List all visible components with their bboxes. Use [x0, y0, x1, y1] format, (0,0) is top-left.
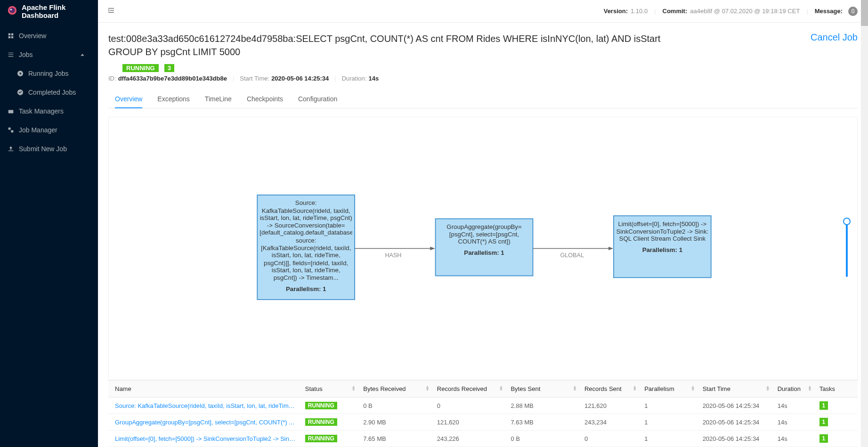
page-title: test:008e3a33ad650c61612724be4d7958ba:SE… [108, 32, 688, 58]
col-parallelism[interactable]: Parallelism▲▼ [641, 381, 698, 398]
flink-logo-icon [8, 6, 17, 17]
topbar: Version: 1.10.0 | Commit: aa4eb8f @ 07.0… [98, 0, 868, 23]
cell-bytes-received: 2.90 MB [359, 414, 433, 431]
job-id: dffa4633a7b9be7e3dd89b01e343db8e [118, 75, 227, 82]
scrollbar-thumb[interactable] [861, 0, 868, 26]
page-scrollbar[interactable] [861, 0, 868, 447]
cell-parallelism: 1 [641, 431, 698, 447]
cell-status: RUNNING [301, 414, 359, 431]
col-name[interactable]: Name [108, 381, 301, 398]
tab-configuration[interactable]: Configuration [298, 90, 337, 108]
sidebar-item-jobs[interactable]: Jobs [0, 45, 98, 64]
sidebar-item-label: Completed Jobs [28, 89, 76, 96]
sidebar-item-label: Jobs [19, 51, 33, 58]
tab-exceptions[interactable]: Exceptions [157, 90, 189, 108]
col-duration[interactable]: Duration▲▼ [774, 381, 816, 398]
cell-parallelism: 1 [641, 398, 698, 414]
start-time-label: Start Time: [240, 75, 269, 82]
duration-value: 14s [368, 75, 379, 82]
sidebar-item-job-manager[interactable]: Job Manager [0, 121, 98, 139]
cell-tasks: 1 [816, 431, 858, 447]
sidebar-item-label: Job Manager [19, 126, 57, 134]
cell-records-sent: 243,234 [581, 414, 641, 431]
cell-records-sent: 121,620 [581, 398, 641, 414]
graph-edge-1-label: HASH [385, 252, 401, 259]
table-row[interactable]: GroupAggregate(groupBy=[psgCnt], select=… [108, 414, 858, 431]
job-graph[interactable]: Source: KafkaTableSource(rideId, taxiId,… [108, 117, 858, 380]
sidebar-item-label: Task Managers [19, 107, 64, 115]
table-row[interactable]: Source: KafkaTableSource(rideId, taxiId,… [108, 398, 858, 414]
col-start-time[interactable]: Start Time▲▼ [699, 381, 774, 398]
svg-point-2 [10, 9, 12, 10]
cancel-job-link[interactable]: Cancel Job [811, 32, 858, 43]
table-header-row: Name Status▲▼ Bytes Received▲▼ Records R… [108, 381, 858, 398]
upload-icon [8, 146, 14, 152]
col-bytes-received[interactable]: Bytes Received▲▼ [359, 381, 433, 398]
sidebar-item-submit-job[interactable]: Submit New Job [0, 139, 98, 158]
cell-start-time: 2020-05-06 14:25:34 [699, 398, 774, 414]
cell-parallelism: 1 [641, 414, 698, 431]
cell-records-received: 243,226 [433, 431, 507, 447]
sidebar-menu: Overview Jobs Running Jobs Completed Job… [0, 23, 98, 158]
tab-checkpoints[interactable]: Checkpoints [247, 90, 283, 108]
graph-edge-2-label: GLOBAL [560, 252, 584, 259]
graph-node-1-text: Source: KafkaTableSource(rideId, taxiId,… [260, 199, 352, 282]
cell-bytes-received: 0 B [359, 398, 433, 414]
cell-name[interactable]: Source: KafkaTableSource(rideId, taxiId,… [108, 398, 301, 414]
cell-duration: 14s [774, 431, 816, 447]
zoom-slider[interactable] [846, 220, 848, 277]
id-label: ID: [108, 75, 116, 82]
play-circle-icon [17, 70, 24, 77]
sidebar-item-completed-jobs[interactable]: Completed Jobs [0, 83, 98, 102]
cell-bytes-sent: 0 B [507, 431, 581, 447]
col-records-sent[interactable]: Records Sent▲▼ [581, 381, 641, 398]
sidebar-item-task-managers[interactable]: Task Managers [0, 102, 98, 121]
cell-bytes-sent: 2.88 MB [507, 398, 581, 414]
sidebar-item-label: Running Jobs [28, 70, 69, 77]
commit-value: aa4eb8f @ 07.02.2020 @ 19:18:19 CET [690, 8, 800, 15]
message-label: Message: [815, 8, 843, 15]
version-value: 1.10.0 [631, 8, 648, 15]
cell-records-received: 121,620 [433, 414, 507, 431]
version-label: Version: [604, 8, 628, 15]
cell-status: RUNNING [301, 431, 359, 447]
bars-icon [8, 51, 14, 58]
duration-label: Duration: [342, 75, 367, 82]
table-row[interactable]: Limit(offset=[0], fetch=[5000]) -> SinkC… [108, 431, 858, 447]
build-icon [8, 127, 14, 133]
tasks-table: Name Status▲▼ Bytes Received▲▼ Records R… [108, 380, 858, 447]
sidebar-item-running-jobs[interactable]: Running Jobs [0, 64, 98, 83]
sidebar-item-label: Submit New Job [19, 145, 67, 153]
cell-tasks: 1 [816, 414, 858, 431]
task-count-badge: 3 [164, 64, 174, 72]
cell-name[interactable]: GroupAggregate(groupBy=[psgCnt], select=… [108, 414, 301, 431]
graph-node-1-parallelism: Parallelism: 1 [260, 285, 352, 293]
commit-label: Commit: [663, 8, 688, 15]
sidebar-item-overview[interactable]: Overview [0, 26, 98, 45]
cell-duration: 14s [774, 398, 816, 414]
job-tabs: Overview Exceptions TimeLine Checkpoints… [108, 90, 858, 108]
cell-duration: 14s [774, 414, 816, 431]
tab-overview[interactable]: Overview [115, 90, 142, 108]
col-tasks[interactable]: Tasks [816, 381, 858, 398]
dashboard-icon [8, 33, 14, 39]
col-status[interactable]: Status▲▼ [301, 381, 359, 398]
col-bytes-sent[interactable]: Bytes Sent▲▼ [507, 381, 581, 398]
cell-records-sent: 0 [581, 431, 641, 447]
tab-timeline[interactable]: TimeLine [205, 90, 232, 108]
app-title: Apache Flink Dashboard [22, 3, 90, 19]
cell-name[interactable]: Limit(offset=[0], fetch=[5000]) -> SinkC… [108, 431, 301, 447]
col-records-received[interactable]: Records Received▲▼ [433, 381, 507, 398]
app-logo-title: Apache Flink Dashboard [0, 0, 98, 23]
cell-tasks: 1 [816, 398, 858, 414]
graph-node-3-text: Limit(offset=[0], fetch=[5000]) -> SinkC… [616, 220, 709, 243]
graph-node-2-parallelism: Parallelism: 1 [438, 249, 531, 256]
schedule-icon [8, 108, 14, 114]
cell-status: RUNNING [301, 398, 359, 414]
start-time-value: 2020-05-06 14:25:34 [271, 75, 329, 82]
message-count-badge[interactable]: 0 [848, 7, 858, 16]
check-circle-icon [17, 89, 24, 96]
svg-point-1 [9, 8, 15, 13]
status-badge: RUNNING [122, 64, 159, 72]
menu-fold-icon[interactable] [107, 7, 115, 16]
